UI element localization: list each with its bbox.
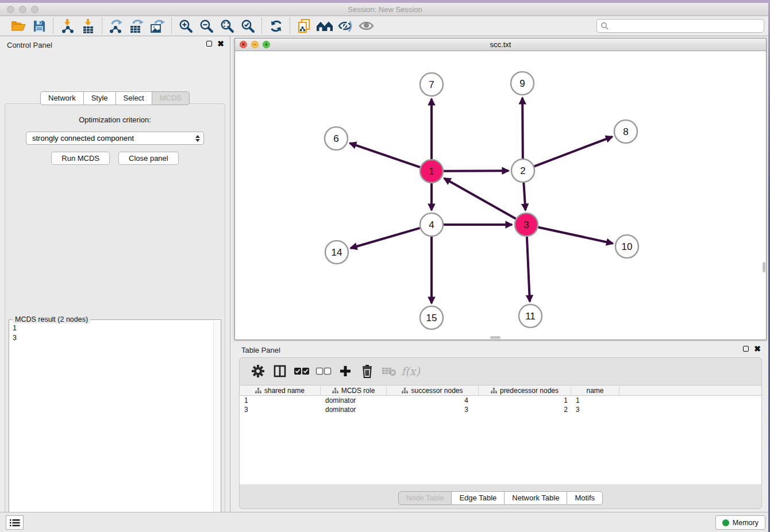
result-scrollbar[interactable]: [213, 321, 221, 532]
mcds-result-box: MCDS result (2 nodes) 1 3: [9, 319, 221, 532]
network-window-title: scc.txt: [235, 40, 766, 49]
import-network-icon[interactable]: [57, 18, 78, 34]
select-all-checkboxes-icon[interactable]: [292, 363, 310, 380]
show-columns-icon[interactable]: [271, 363, 288, 380]
table-options-gear-icon[interactable]: [249, 363, 267, 380]
memory-button[interactable]: Memory: [715, 515, 765, 530]
column-tree-icon: [491, 388, 497, 394]
network-window-titlebar[interactable]: × − + scc.txt: [235, 38, 766, 51]
tab-node-table[interactable]: Node Table: [398, 491, 452, 505]
graph-node-11[interactable]: 11: [519, 304, 542, 327]
column-header-predecessor-nodes[interactable]: predecessor nodes: [479, 385, 571, 395]
network-vscroll-thumb[interactable]: [763, 262, 765, 272]
graph-edge-1-2[interactable]: [444, 171, 509, 171]
graph-node-7[interactable]: 7: [420, 73, 443, 96]
search-input[interactable]: [609, 20, 764, 32]
table-cell[interactable]: 1: [571, 396, 619, 404]
run-mcds-button[interactable]: Run MCDS: [51, 152, 110, 165]
svg-text:14: 14: [332, 247, 342, 258]
svg-text:1: 1: [429, 166, 434, 177]
column-header-successor-nodes[interactable]: successor nodes: [387, 385, 479, 395]
table-cell[interactable]: 3: [240, 406, 321, 414]
graph-node-10[interactable]: 10: [615, 235, 638, 258]
tab-select[interactable]: Select: [116, 91, 152, 105]
graph-node-6[interactable]: 6: [325, 127, 348, 150]
graph-edge-4-14[interactable]: [351, 228, 420, 248]
bird-eye-view-icon[interactable]: [356, 18, 376, 34]
first-neighbors-icon[interactable]: [314, 18, 335, 34]
zoom-selected-icon[interactable]: [237, 18, 258, 34]
table-cell[interactable]: 2: [479, 406, 571, 414]
function-builder-icon: f(x): [402, 363, 419, 380]
table-float-panel-icon[interactable]: [743, 346, 749, 352]
table-cell[interactable]: 3: [571, 406, 619, 414]
tab-motifs[interactable]: Motifs: [567, 491, 603, 505]
graph-edge-2-9[interactable]: [522, 98, 523, 159]
status-bar: Memory: [0, 512, 770, 532]
network-graph: 7968124314101511: [235, 51, 766, 340]
delete-columns-trash-icon[interactable]: [358, 363, 376, 380]
graph-edge-3-11[interactable]: [527, 237, 530, 302]
graph-node-15[interactable]: 15: [420, 306, 443, 329]
show-task-history-button[interactable]: [6, 515, 24, 530]
table-close-panel-icon[interactable]: ✖: [754, 346, 761, 352]
zoom-in-icon[interactable]: [175, 18, 196, 34]
export-network-icon[interactable]: [106, 18, 126, 34]
export-table-icon[interactable]: [126, 18, 147, 34]
svg-text:7: 7: [429, 79, 434, 90]
graph-edge-2-3[interactable]: [523, 183, 525, 210]
graph-node-1[interactable]: 1: [420, 160, 443, 183]
network-canvas[interactable]: 7968124314101511: [235, 51, 766, 340]
clone-network-icon[interactable]: [294, 18, 314, 34]
graph-node-14[interactable]: 14: [325, 241, 348, 264]
show-hide-graphics-details-icon[interactable]: [335, 18, 356, 34]
graph-node-3[interactable]: 3: [515, 213, 538, 236]
close-panel-icon[interactable]: ✖: [217, 41, 224, 47]
table-cell[interactable]: dominator: [321, 396, 387, 404]
save-session-icon[interactable]: [29, 18, 49, 34]
graph-node-8[interactable]: 8: [614, 120, 637, 143]
graph-edge-2-8[interactable]: [534, 137, 613, 167]
tab-edge-table[interactable]: Edge Table: [451, 491, 505, 505]
criterion-select[interactable]: strongly connected component: [26, 132, 204, 145]
tab-network-table[interactable]: Network Table: [504, 491, 567, 505]
export-image-icon[interactable]: [147, 18, 168, 34]
table-row[interactable]: 1dominator411: [240, 396, 761, 405]
tab-style[interactable]: Style: [83, 91, 116, 105]
delete-table-icon: [380, 363, 398, 380]
control-panel: Control Panel ✖ Network Style Select MCD…: [0, 36, 230, 512]
zoom-fit-icon[interactable]: [217, 18, 237, 34]
svg-text:10: 10: [622, 241, 633, 252]
optimization-criterion-label: Optimization criterion:: [5, 115, 225, 124]
graph-node-4[interactable]: 4: [420, 213, 443, 236]
graph-edge-3-10[interactable]: [538, 227, 613, 243]
tab-network[interactable]: Network: [40, 91, 84, 105]
graph-edge-3-1[interactable]: [444, 178, 516, 218]
network-hscroll-thumb[interactable]: [490, 336, 500, 339]
table-cell[interactable]: 1: [240, 396, 321, 404]
tab-mcds[interactable]: MCDS: [152, 91, 190, 105]
deselect-all-checkboxes-icon[interactable]: [314, 363, 332, 380]
column-header-name[interactable]: name: [571, 385, 619, 395]
import-table-icon[interactable]: [78, 18, 98, 34]
table-row[interactable]: 3dominator323: [240, 405, 761, 414]
graph-node-2[interactable]: 2: [511, 159, 534, 182]
table-cell[interactable]: 3: [387, 406, 479, 414]
float-panel-icon[interactable]: [206, 41, 212, 47]
open-session-icon[interactable]: [8, 18, 29, 34]
graph-node-9[interactable]: 9: [511, 72, 534, 95]
apply-layout-icon[interactable]: [265, 18, 286, 34]
zoom-out-icon[interactable]: [196, 18, 217, 34]
table-cell[interactable]: 4: [387, 396, 479, 404]
graph-edge-1-6[interactable]: [350, 143, 420, 167]
task-list-icon: [10, 519, 20, 527]
table-cell[interactable]: 1: [479, 396, 571, 404]
create-column-icon[interactable]: [336, 363, 354, 380]
mcds-result-text[interactable]: 1 3: [9, 322, 213, 532]
column-header-MCDS-role[interactable]: MCDS role: [321, 385, 387, 395]
criterion-selected-value: strongly connected component: [32, 134, 195, 142]
close-panel-button[interactable]: Close panel: [118, 152, 179, 165]
column-header-shared-name[interactable]: shared name: [240, 385, 321, 395]
window-title: Session: New Session: [0, 5, 770, 14]
table-cell[interactable]: dominator: [321, 406, 387, 414]
